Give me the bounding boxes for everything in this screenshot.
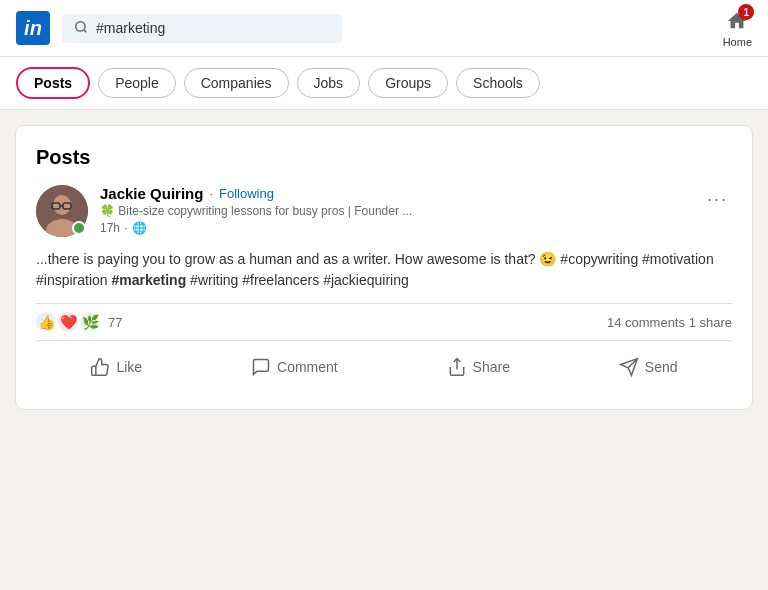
globe-icon: 🌐: [132, 221, 147, 235]
following-tag: Following: [219, 186, 274, 201]
comment-button[interactable]: Comment: [235, 349, 354, 385]
tab-schools[interactable]: Schools: [456, 68, 540, 98]
reaction-emojis: 👍 ❤️ 🌿: [36, 312, 100, 332]
like-button[interactable]: Like: [74, 349, 158, 385]
post-author-line: Jackie Quiring · Following: [100, 185, 691, 202]
tab-jobs[interactable]: Jobs: [297, 68, 361, 98]
heart-emoji: ❤️: [58, 312, 78, 332]
like-icon: [90, 357, 110, 377]
author-name[interactable]: Jackie Quiring: [100, 185, 203, 202]
reaction-stats: 14 comments 1 share: [607, 315, 732, 330]
reactions-row: 👍 ❤️ 🌿 77 14 comments 1 share: [36, 303, 732, 341]
posts-card: Posts: [16, 126, 752, 409]
share-icon: [447, 357, 467, 377]
top-header: in #marketing 1 Home: [0, 0, 768, 57]
comment-icon: [251, 357, 271, 377]
notification-badge: 1: [738, 4, 754, 20]
share-button[interactable]: Share: [431, 349, 526, 385]
tab-people[interactable]: People: [98, 68, 176, 98]
post-meta: Jackie Quiring · Following 🍀 Bite-size c…: [100, 185, 691, 235]
home-icon: 1: [724, 8, 750, 34]
search-bar[interactable]: #marketing: [62, 14, 342, 43]
svg-point-2: [53, 195, 71, 215]
home-label: Home: [723, 36, 752, 48]
svg-point-0: [76, 21, 85, 30]
tab-companies[interactable]: Companies: [184, 68, 289, 98]
post-time: 17h · 🌐: [100, 220, 691, 235]
more-options-button[interactable]: ···: [703, 185, 732, 214]
send-icon: [619, 357, 639, 377]
avatar-wrap: [36, 185, 88, 237]
tab-groups[interactable]: Groups: [368, 68, 448, 98]
online-indicator: [72, 221, 86, 235]
search-icon: [74, 20, 88, 37]
reaction-count: 77: [108, 315, 122, 330]
main-content: Posts: [0, 110, 768, 425]
like-emoji: 👍: [36, 312, 56, 332]
action-buttons: Like Comment Share: [36, 345, 732, 389]
post-body: ...there is paying you to grow as a huma…: [36, 249, 732, 291]
clap-emoji: 🌿: [80, 312, 100, 332]
post-subtitle: 🍀 Bite-size copywriting lessons for busy…: [100, 204, 691, 218]
post-header: Jackie Quiring · Following 🍀 Bite-size c…: [36, 185, 732, 237]
home-button[interactable]: 1 Home: [723, 8, 752, 48]
search-query: #marketing: [96, 20, 165, 36]
send-button[interactable]: Send: [603, 349, 694, 385]
tab-posts[interactable]: Posts: [16, 67, 90, 99]
filter-tabs-bar: Posts People Companies Jobs Groups Schoo…: [0, 57, 768, 110]
linkedin-logo[interactable]: in: [16, 11, 50, 45]
dot-separator: ·: [209, 186, 213, 201]
section-title: Posts: [36, 146, 732, 169]
